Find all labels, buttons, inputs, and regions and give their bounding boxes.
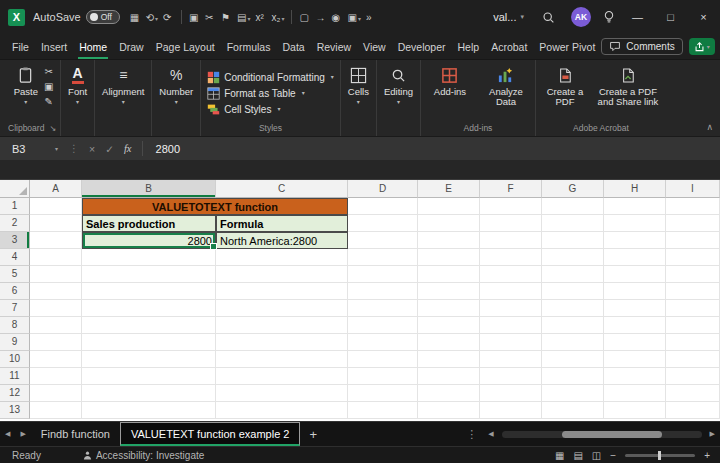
cell-H4[interactable] xyxy=(604,249,666,266)
cell-C6[interactable] xyxy=(216,283,348,300)
cell-I13[interactable] xyxy=(666,402,720,419)
cell-F2[interactable] xyxy=(480,215,542,232)
conditional-formatting-button[interactable]: Conditional Formatting ▾ xyxy=(205,69,336,85)
cell-G3[interactable] xyxy=(542,232,604,249)
ribbon-tab-formulas[interactable]: Formulas xyxy=(221,34,277,59)
paste-special-icon[interactable]: ▤▾ xyxy=(235,10,252,25)
ribbon-tab-page-layout[interactable]: Page Layout xyxy=(150,34,221,59)
column-header-A[interactable]: A xyxy=(30,180,82,198)
column-header-H[interactable]: H xyxy=(604,180,666,198)
cell-B9[interactable] xyxy=(82,334,216,351)
horizontal-scrollbar-thumb[interactable] xyxy=(562,431,662,438)
cell-G2[interactable] xyxy=(542,215,604,232)
ribbon-tab-home[interactable]: Home xyxy=(73,34,113,59)
column-header-E[interactable]: E xyxy=(418,180,480,198)
normal-view-icon[interactable]: ▦ xyxy=(555,450,564,461)
ribbon-tab-review[interactable]: Review xyxy=(311,34,357,59)
cell-I7[interactable] xyxy=(666,300,720,317)
ribbon-tab-view[interactable]: View xyxy=(357,34,392,59)
add-ins-button[interactable]: Add-ins xyxy=(425,63,475,99)
cell-H12[interactable] xyxy=(604,385,666,402)
cell-G13[interactable] xyxy=(542,402,604,419)
column-header-C[interactable]: C xyxy=(216,180,348,198)
cell-E8[interactable] xyxy=(418,317,480,334)
cell-A11[interactable] xyxy=(30,368,82,385)
cell-H11[interactable] xyxy=(604,368,666,385)
row-header-13[interactable]: 13 xyxy=(0,402,30,419)
undo-icon[interactable]: ⟲▾ xyxy=(144,10,160,25)
screenshot-icon[interactable]: ▣▾ xyxy=(345,10,362,25)
cell-E3[interactable] xyxy=(418,232,480,249)
cell-E4[interactable] xyxy=(418,249,480,266)
ribbon-tab-power-pivot[interactable]: Power Pivot xyxy=(533,34,601,59)
row-header-11[interactable]: 11 xyxy=(0,368,30,385)
cell-H5[interactable] xyxy=(604,266,666,283)
cell-D1[interactable] xyxy=(348,198,418,215)
ribbon-tab-developer[interactable]: Developer xyxy=(392,34,452,59)
cell-H2[interactable] xyxy=(604,215,666,232)
cell-G11[interactable] xyxy=(542,368,604,385)
sheet-tab-valuetext-function-example-2[interactable]: VALUETEXT function example 2 xyxy=(120,422,301,446)
cell-E7[interactable] xyxy=(418,300,480,317)
row-header-5[interactable]: 5 xyxy=(0,266,30,283)
cell-F6[interactable] xyxy=(480,283,542,300)
cell-E2[interactable] xyxy=(418,215,480,232)
cell-D5[interactable] xyxy=(348,266,418,283)
cell-C11[interactable] xyxy=(216,368,348,385)
cell-E12[interactable] xyxy=(418,385,480,402)
more-commands-icon[interactable]: » xyxy=(364,10,379,25)
cell-I8[interactable] xyxy=(666,317,720,334)
subscript-icon[interactable]: x₂▾ xyxy=(270,10,287,25)
create-pdf-share-button[interactable]: Create a PDF and Share link xyxy=(594,63,662,109)
number-button[interactable]: % Number ▾ xyxy=(156,63,196,107)
cell-I11[interactable] xyxy=(666,368,720,385)
lightbulb-icon[interactable] xyxy=(603,10,615,24)
cell-B8[interactable] xyxy=(82,317,216,334)
cell-D7[interactable] xyxy=(348,300,418,317)
cell-E10[interactable] xyxy=(418,351,480,368)
editing-button[interactable]: Editing ▾ xyxy=(381,63,416,107)
cell-D9[interactable] xyxy=(348,334,418,351)
cell-C10[interactable] xyxy=(216,351,348,368)
cell-B3[interactable]: 2800 xyxy=(82,232,216,249)
cell-A13[interactable] xyxy=(30,402,82,419)
cell-I2[interactable] xyxy=(666,215,720,232)
cell-I1[interactable] xyxy=(666,198,720,215)
cell-A1[interactable] xyxy=(30,198,82,215)
cell-E13[interactable] xyxy=(418,402,480,419)
cell-H8[interactable] xyxy=(604,317,666,334)
confirm-entry-icon[interactable]: ✓ xyxy=(100,143,119,155)
row-header-2[interactable]: 2 xyxy=(0,215,30,232)
name-box[interactable]: B3 ▾ xyxy=(0,143,64,155)
cell-C5[interactable] xyxy=(216,266,348,283)
cell-F3[interactable] xyxy=(480,232,542,249)
cut-button[interactable]: ✂ xyxy=(44,66,53,78)
hscroll-left-icon[interactable]: ◀ xyxy=(483,430,498,438)
cell-F13[interactable] xyxy=(480,402,542,419)
cell-A3[interactable] xyxy=(30,232,82,249)
cell-C2[interactable]: Formula xyxy=(216,215,348,232)
alignment-button[interactable]: ≡ Alignment ▾ xyxy=(99,63,147,107)
cell-B4[interactable] xyxy=(82,249,216,266)
cell-H7[interactable] xyxy=(604,300,666,317)
cell-B6[interactable] xyxy=(82,283,216,300)
ribbon-tab-file[interactable]: File xyxy=(6,34,35,59)
paste-button[interactable]: Paste ▾ xyxy=(11,63,41,107)
cell-G4[interactable] xyxy=(542,249,604,266)
ribbon-tab-acrobat[interactable]: Acrobat xyxy=(485,34,533,59)
cell-G6[interactable] xyxy=(542,283,604,300)
cell-G8[interactable] xyxy=(542,317,604,334)
cell-A7[interactable] xyxy=(30,300,82,317)
zoom-out-button[interactable]: − xyxy=(610,450,616,461)
cell-F7[interactable] xyxy=(480,300,542,317)
format-painter-button[interactable]: ✎ xyxy=(44,96,53,108)
column-header-G[interactable]: G xyxy=(542,180,604,198)
cell-G9[interactable] xyxy=(542,334,604,351)
cell-C4[interactable] xyxy=(216,249,348,266)
sheet-nav-right-icon[interactable]: ▶ xyxy=(15,430,30,438)
cell-H6[interactable] xyxy=(604,283,666,300)
cell-F5[interactable] xyxy=(480,266,542,283)
cells-button[interactable]: Cells ▾ xyxy=(345,63,372,107)
cell-H3[interactable] xyxy=(604,232,666,249)
cell-C3[interactable]: North America:2800 xyxy=(216,232,348,249)
